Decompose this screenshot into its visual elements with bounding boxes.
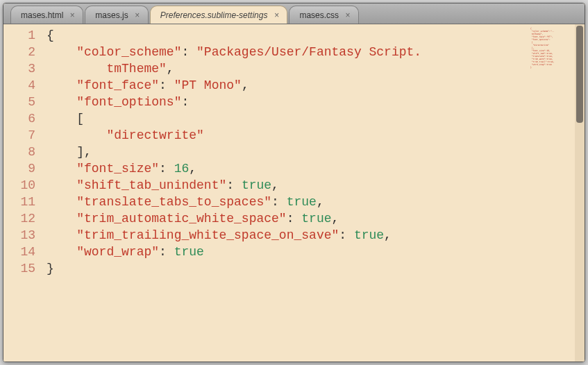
json-string: "Packages/User/Fantasy Script.	[196, 45, 421, 59]
json-key: "translate_tabs_to_spaces"	[76, 195, 271, 209]
json-key: "font_face"	[76, 78, 159, 92]
close-icon[interactable]: ×	[67, 10, 77, 20]
tab-label: mases.html	[21, 10, 63, 20]
line-number: 1	[3, 27, 35, 44]
line-number: 12	[3, 210, 35, 227]
json-key: "shift_tab_unindent"	[76, 178, 226, 192]
json-bool: true	[242, 178, 271, 192]
tab-bar: mases.html × mases.js × Preferences.subl…	[3, 3, 585, 24]
tab-label: mases.js	[95, 10, 128, 20]
tab-preferences[interactable]: Preferences.sublime-settings ×	[150, 6, 288, 24]
brace-close: }	[47, 262, 54, 275]
tab-label: mases.css	[299, 10, 339, 20]
tab-mases-css[interactable]: mases.css ×	[289, 6, 359, 24]
line-number: 10	[3, 177, 35, 194]
json-key: "word_wrap"	[76, 245, 159, 259]
line-number-gutter: 1 2 3 4 5 6 7 8 9 10 11 12 13 14 15	[3, 24, 42, 362]
bracket-close: ],	[76, 145, 92, 159]
line-number: 13	[3, 227, 35, 244]
comma: ,	[384, 228, 392, 242]
editor-window: mases.html × mases.js × Preferences.subl…	[3, 3, 585, 362]
json-key: "trim_trailing_white_space_on_save"	[76, 228, 339, 242]
comma: ,	[317, 195, 324, 209]
close-icon[interactable]: ×	[133, 10, 142, 20]
json-bool: true	[174, 245, 204, 259]
line-number: 6	[3, 110, 35, 127]
comma: ,	[332, 212, 339, 226]
line-number: 7	[3, 127, 35, 144]
vertical-scrollbar[interactable]	[575, 24, 585, 362]
comma: ,	[271, 178, 279, 192]
brace-open: {	[47, 28, 54, 42]
json-bool: true	[354, 228, 384, 242]
colon: :	[226, 178, 242, 192]
line-number: 9	[3, 160, 35, 177]
json-string: "PT Mono"	[174, 78, 242, 92]
colon: :	[159, 245, 174, 259]
colon: :	[159, 78, 174, 92]
line-number: 2	[3, 44, 35, 60]
comma: ,	[167, 62, 174, 76]
colon: :	[181, 95, 189, 109]
scrollbar-thumb[interactable]	[576, 26, 583, 123]
line-number: 5	[3, 94, 35, 110]
json-key: "color_scheme"	[76, 45, 181, 59]
close-icon[interactable]: ×	[271, 10, 281, 20]
json-key: "font_size"	[76, 162, 159, 176]
json-key: "font_options"	[76, 95, 181, 109]
comma: ,	[242, 78, 249, 92]
line-number: 15	[3, 260, 35, 277]
tab-mases-js[interactable]: mases.js ×	[85, 6, 148, 24]
minimap[interactable]: { "color_scheme":".. tmTheme", "font_fac…	[530, 27, 572, 76]
line-number: 8	[3, 144, 35, 160]
json-key: "trim_automatic_white_space"	[76, 212, 286, 226]
colon: :	[271, 195, 287, 209]
editor-area[interactable]: 1 2 3 4 5 6 7 8 9 10 11 12 13 14 15 { "c…	[3, 24, 585, 362]
json-bool: true	[301, 212, 331, 226]
bracket-open: [	[76, 112, 84, 126]
json-string: tmTheme"	[106, 62, 166, 76]
colon: :	[339, 228, 354, 242]
colon: :	[181, 45, 196, 59]
tab-mases-html[interactable]: mases.html ×	[10, 6, 83, 24]
json-bool: true	[287, 195, 317, 209]
json-number: 16	[174, 162, 190, 176]
line-number: 14	[3, 244, 35, 260]
line-number: 3	[3, 60, 35, 77]
json-string: "directwrite"	[106, 128, 203, 142]
line-number: 11	[3, 194, 35, 210]
colon: :	[159, 162, 174, 176]
line-number: 4	[3, 77, 35, 94]
code-content[interactable]: { "color_scheme": "Packages/User/Fantasy…	[42, 24, 585, 362]
close-icon[interactable]: ×	[343, 10, 353, 20]
comma: ,	[189, 162, 196, 176]
tab-label: Preferences.sublime-settings	[160, 10, 268, 20]
colon: :	[287, 212, 302, 226]
